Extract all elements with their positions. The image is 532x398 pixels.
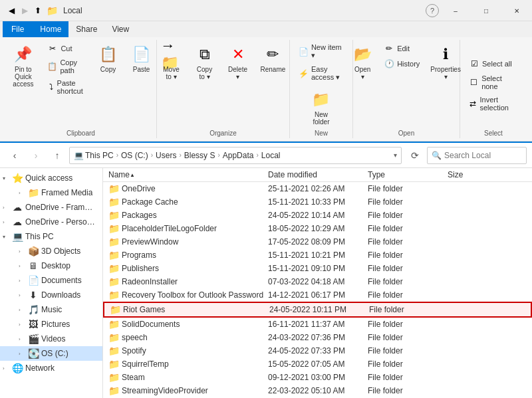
copy-path-icon: 📋 bbox=[47, 61, 57, 72]
rename-button[interactable]: ✏ Rename bbox=[256, 41, 291, 76]
table-row[interactable]: 📁 Publishers 15-11-2021 09:10 PM File fo… bbox=[103, 262, 532, 275]
col-header-name[interactable]: Name ▲ bbox=[108, 170, 268, 179]
col-header-date[interactable]: Date modified bbox=[268, 170, 368, 179]
back-button[interactable]: ‹ bbox=[5, 146, 24, 165]
up-button[interactable]: ↑ bbox=[48, 146, 66, 165]
new-folder-button[interactable]: 📁 Newfolder bbox=[295, 86, 347, 128]
table-row[interactable]: 📁 PreviewWindow 17-05-2022 08:09 PM File… bbox=[103, 235, 532, 249]
table-row[interactable]: 📁 RadeonInstaller 07-03-2022 04:18 AM Fi… bbox=[103, 275, 532, 288]
file-icon: 📁 bbox=[108, 372, 122, 383]
address-bar[interactable]: 💻 This PC › OS (C:) › Users › Blessy S ›… bbox=[69, 147, 402, 164]
tab-home[interactable]: Home bbox=[33, 21, 68, 37]
file-icon: 📁 bbox=[110, 304, 123, 315]
new-item-button[interactable]: 📄 New item ▾ bbox=[295, 41, 347, 62]
sidebar-item-3d-objects[interactable]: › 📦 3D Objects bbox=[0, 244, 102, 258]
table-row[interactable]: 📁 OneDrive 25-11-2021 02:26 AM File fold… bbox=[103, 182, 532, 195]
expand-icon: › bbox=[19, 292, 25, 298]
file-type: File folder bbox=[368, 224, 448, 233]
table-row[interactable]: 📁 PlaceholderTileLogoFolder 18-05-2022 1… bbox=[103, 222, 532, 235]
easy-access-button[interactable]: ⚡ Easy access ▾ bbox=[295, 63, 347, 84]
table-row[interactable]: 📁 speech 24-03-2022 07:36 PM File folder bbox=[103, 331, 532, 344]
open-icon: 📂 bbox=[352, 44, 373, 65]
file-name: Riot Games bbox=[123, 305, 269, 314]
sidebar-item-framed-media[interactable]: › 📁 Framed Media bbox=[0, 185, 102, 200]
sidebar-item-documents[interactable]: › 📄 Documents bbox=[0, 273, 102, 288]
tab-view[interactable]: View bbox=[104, 21, 136, 37]
expand-icon: › bbox=[19, 307, 25, 313]
sidebar-item-pictures[interactable]: › 🖼 Pictures bbox=[0, 317, 102, 332]
paste-shortcut-button[interactable]: ⤵ Paste shortcut bbox=[44, 77, 90, 97]
refresh-button[interactable]: ⟳ bbox=[406, 147, 424, 164]
minimize-button[interactable]: – bbox=[440, 0, 471, 21]
invert-selection-button[interactable]: ⇄ Invert selection bbox=[466, 94, 521, 114]
table-row[interactable]: 📁 Packages 24-05-2022 10:14 AM File fold… bbox=[103, 209, 532, 222]
breadcrumb-local[interactable]: Local bbox=[261, 151, 281, 160]
file-date: 24-05-2022 10:11 PM bbox=[269, 305, 369, 314]
table-row[interactable]: 📁 SquirrelTemp 15-05-2022 07:05 AM File … bbox=[103, 357, 532, 371]
breadcrumb-os[interactable]: OS (C:) bbox=[121, 151, 148, 160]
sidebar-item-onedrive-framed[interactable]: › ☁ OneDrive - Framed Media bbox=[0, 200, 102, 215]
breadcrumb-user[interactable]: Blessy S bbox=[184, 151, 215, 160]
select-all-button[interactable]: ☑ Select all bbox=[466, 56, 515, 71]
tab-file[interactable]: File bbox=[3, 21, 33, 37]
table-row[interactable]: 📁 StreamingVideoProvider 22-03-2022 05:1… bbox=[103, 384, 532, 397]
quick-tab-forward[interactable]: ▶ bbox=[19, 5, 31, 17]
tab-share[interactable]: Share bbox=[68, 21, 104, 37]
expand-icon: › bbox=[19, 190, 25, 196]
sidebar-item-videos[interactable]: › 🎬 Videos bbox=[0, 332, 102, 346]
copy-path-button[interactable]: 📋 Copy path bbox=[44, 56, 90, 76]
sidebar-item-quick-access[interactable]: ▾ ⭐ Quick access bbox=[0, 171, 102, 185]
file-icon: 📁 bbox=[108, 276, 122, 287]
maximize-button[interactable]: □ bbox=[471, 0, 501, 21]
table-row[interactable]: 📁 SolidDocuments 16-11-2021 11:37 AM Fil… bbox=[103, 318, 532, 331]
close-button[interactable]: ✕ bbox=[501, 0, 532, 21]
edit-button[interactable]: ✏ Edit bbox=[380, 41, 423, 56]
new-folder-icon: 📁 bbox=[311, 89, 332, 110]
ribbon-group-new: 📄 New item ▾ ⚡ Easy access ▾ 📁 Newfolder… bbox=[290, 40, 353, 138]
forward-button[interactable]: › bbox=[27, 146, 45, 165]
quick-tab-up[interactable]: ⬆ bbox=[32, 5, 44, 17]
help-button[interactable]: ? bbox=[426, 4, 439, 17]
file-date: 25-11-2021 02:26 AM bbox=[268, 184, 368, 193]
table-row[interactable]: 📁 Riot Games 24-05-2022 10:11 PM File fo… bbox=[103, 302, 532, 318]
col-header-size[interactable]: Size bbox=[448, 170, 501, 179]
title-bar-left: ◀ ▶ ⬆ 📁 Local bbox=[5, 5, 82, 17]
onedrive-personal-icon: ☁ bbox=[11, 217, 23, 227]
table-row[interactable]: 📁 Spotify 24-05-2022 07:33 PM File folde… bbox=[103, 344, 532, 357]
paste-shortcut-icon: ⤵ bbox=[47, 82, 54, 92]
sidebar-item-music[interactable]: › 🎵 Music bbox=[0, 302, 102, 317]
sidebar-item-desktop[interactable]: › 🖥 Desktop bbox=[0, 258, 102, 273]
paste-button[interactable]: 📄 Paste bbox=[126, 41, 157, 76]
col-header-type[interactable]: Type bbox=[368, 170, 448, 179]
pin-button[interactable]: 📌 Pin to Quickaccess bbox=[5, 41, 41, 90]
sidebar-item-network[interactable]: › 🌐 Network bbox=[0, 361, 102, 375]
delete-button[interactable]: ✕ Delete ▾ bbox=[223, 41, 253, 83]
sidebar-item-this-pc[interactable]: ▾ 💻 This PC bbox=[0, 229, 102, 244]
history-button[interactable]: 🕐 History bbox=[380, 56, 423, 71]
copy-to-button[interactable]: ⧉ Copy to ▾ bbox=[190, 41, 220, 83]
search-input[interactable] bbox=[444, 151, 522, 160]
search-bar[interactable]: 🔍 bbox=[427, 147, 527, 164]
cut-button[interactable]: ✂ Cut bbox=[44, 41, 90, 56]
invert-selection-icon: ⇄ bbox=[469, 98, 477, 109]
breadcrumb-this-pc[interactable]: 💻 This PC bbox=[74, 151, 114, 160]
file-type: File folder bbox=[368, 277, 448, 286]
open-button[interactable]: 📂 Open ▾ bbox=[347, 41, 378, 83]
breadcrumb-users[interactable]: Users bbox=[156, 151, 176, 160]
address-dropdown-icon[interactable]: ▾ bbox=[394, 151, 397, 159]
copy-icon: 📋 bbox=[98, 44, 119, 65]
properties-button[interactable]: ℹ Properties ▾ bbox=[426, 41, 466, 83]
table-row[interactable]: 📁 Programs 15-11-2021 10:21 PM File fold… bbox=[103, 249, 532, 262]
copy-button[interactable]: 📋 Copy bbox=[93, 41, 124, 76]
sidebar-item-onedrive-personal[interactable]: › ☁ OneDrive - Personal bbox=[0, 215, 102, 229]
sidebar-item-downloads[interactable]: › ⬇ Downloads bbox=[0, 288, 102, 302]
sidebar-item-os-c[interactable]: › 💽 OS (C:) bbox=[0, 346, 102, 361]
os-c-icon: 💽 bbox=[27, 348, 39, 359]
select-none-button[interactable]: ☐ Select none bbox=[466, 72, 521, 92]
table-row[interactable]: 📁 Steam 09-12-2021 03:00 PM File folder bbox=[103, 371, 532, 384]
breadcrumb-appdata[interactable]: AppData bbox=[223, 151, 254, 160]
table-row[interactable]: 📁 Recovery Toolbox for Outlook Password … bbox=[103, 288, 532, 302]
move-to-button[interactable]: →📁 Move to ▾ bbox=[156, 41, 187, 83]
quick-tab-back[interactable]: ◀ bbox=[5, 5, 17, 17]
table-row[interactable]: 📁 Package Cache 15-11-2021 10:33 PM File… bbox=[103, 195, 532, 209]
